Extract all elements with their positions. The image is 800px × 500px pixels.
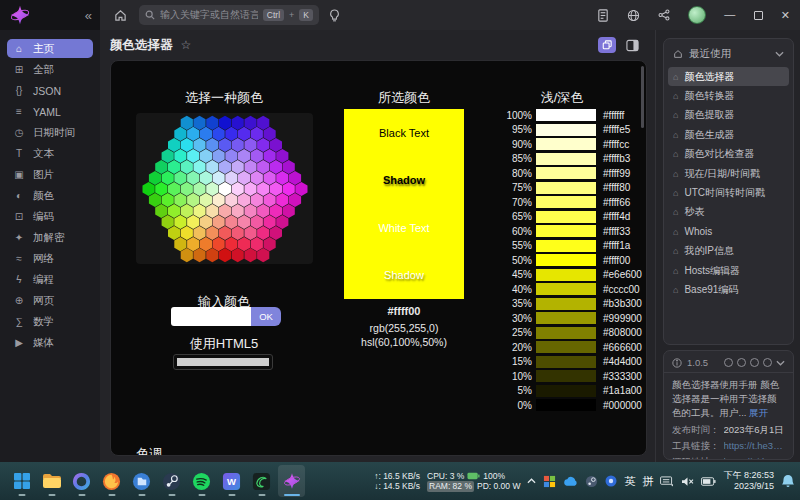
hex-color-cell[interactable] xyxy=(263,193,275,207)
html5-color-input[interactable] xyxy=(173,354,273,370)
hex-color-cell[interactable] xyxy=(263,237,275,251)
hex-color-cell[interactable] xyxy=(199,170,211,184)
hex-color-cell[interactable] xyxy=(199,237,211,251)
shade-row[interactable]: 65%#ffff4d xyxy=(496,210,646,224)
hex-color-cell[interactable] xyxy=(244,226,256,240)
hex-color-cell[interactable] xyxy=(180,137,192,151)
sidebar-item-media[interactable]: ▶媒体 xyxy=(7,333,93,352)
volume-muted-icon[interactable] xyxy=(681,476,694,487)
hex-color-cell[interactable] xyxy=(244,115,256,129)
hex-color-cell[interactable] xyxy=(231,182,243,196)
hex-color-cell[interactable] xyxy=(263,170,275,184)
shade-row[interactable]: 0%#000000 xyxy=(496,398,646,412)
wallpaper-app-icon[interactable]: W xyxy=(218,465,245,497)
hex-color-cell[interactable] xyxy=(276,148,288,162)
tray-colors-icon[interactable] xyxy=(543,475,556,488)
hex-color-cell[interactable] xyxy=(218,204,230,218)
recent-header[interactable]: 最近使用 xyxy=(664,39,793,67)
hex-color-cell[interactable] xyxy=(168,137,180,151)
hex-color-cell[interactable] xyxy=(174,215,186,229)
touch-keyboard-icon[interactable] xyxy=(660,476,674,487)
steam-icon[interactable] xyxy=(158,465,185,497)
sidebar-item-yaml[interactable]: ≡YAML xyxy=(7,102,93,121)
hex-color-cell[interactable] xyxy=(180,248,192,262)
history-icon[interactable] xyxy=(724,358,733,367)
tray-app-icon[interactable] xyxy=(605,475,617,487)
hex-color-cell[interactable] xyxy=(263,215,275,229)
hex-color-cell[interactable] xyxy=(180,159,192,173)
recent-item[interactable]: ⌂Hosts编辑器 xyxy=(668,261,789,280)
hex-color-cell[interactable] xyxy=(231,159,243,173)
info-row-value[interactable]: https://t.he3app.co... xyxy=(724,440,786,453)
layout-toggle-icon[interactable] xyxy=(626,39,639,52)
hex-color-cell[interactable] xyxy=(244,248,256,262)
hex-color-cell[interactable] xyxy=(231,226,243,240)
hex-color-cell[interactable] xyxy=(238,148,250,162)
hex-color-cell[interactable] xyxy=(238,170,250,184)
hex-color-cell[interactable] xyxy=(174,237,186,251)
hex-color-cell[interactable] xyxy=(238,215,250,229)
favorite-star-icon[interactable]: ☆ xyxy=(181,38,192,52)
sidebar-item-color[interactable]: ◐颜色 xyxy=(7,186,93,205)
sidebar-item-programming[interactable]: ϟ编程 xyxy=(7,270,93,289)
hex-color-cell[interactable] xyxy=(193,115,205,129)
hex-color-cell[interactable] xyxy=(231,248,243,262)
notification-bell-icon[interactable] xyxy=(781,474,795,489)
tray-battery-icon[interactable] xyxy=(701,477,716,486)
hex-color-cell[interactable] xyxy=(288,170,300,184)
hex-color-cell[interactable] xyxy=(206,137,218,151)
window-minimize-button[interactable]: — xyxy=(724,9,736,21)
color-text-input[interactable] xyxy=(171,307,251,326)
spotify-icon[interactable] xyxy=(188,465,215,497)
hex-color-cell[interactable] xyxy=(225,170,237,184)
hex-color-cell[interactable] xyxy=(193,159,205,173)
chevron-down-icon[interactable] xyxy=(776,360,785,366)
files-app-icon[interactable] xyxy=(128,465,155,497)
hex-color-cell[interactable] xyxy=(155,159,167,173)
shade-row[interactable]: 55%#ffff1a xyxy=(496,239,646,253)
hex-color-cell[interactable] xyxy=(180,182,192,196)
hex-color-cell[interactable] xyxy=(218,137,230,151)
ime-language-indicator[interactable]: 英 xyxy=(624,474,635,489)
recent-item[interactable]: ⌂颜色选择器 xyxy=(668,67,789,86)
shade-row[interactable]: 75%#ffff80 xyxy=(496,181,646,195)
hex-color-cell[interactable] xyxy=(276,215,288,229)
ok-button[interactable]: OK xyxy=(251,307,281,326)
recent-item[interactable]: ⌂颜色生成器 xyxy=(668,125,789,144)
hex-color-cell[interactable] xyxy=(161,148,173,162)
chevron-down-icon[interactable] xyxy=(775,51,784,57)
hex-color-cell[interactable] xyxy=(193,137,205,151)
hex-color-cell[interactable] xyxy=(244,159,256,173)
hex-color-cell[interactable] xyxy=(174,126,186,140)
hex-color-cell[interactable] xyxy=(225,148,237,162)
recent-item[interactable]: ⌂现在/日期/时间戳 xyxy=(668,164,789,183)
hex-color-cell[interactable] xyxy=(225,237,237,251)
hex-color-cell[interactable] xyxy=(142,182,154,196)
shade-row[interactable]: 85%#ffffb3 xyxy=(496,152,646,166)
hex-color-cell[interactable] xyxy=(168,204,180,218)
shade-row[interactable]: 35%#b3b300 xyxy=(496,297,646,311)
search-input[interactable]: 输入关键字或自然语言进... Ctrl + K xyxy=(139,5,319,25)
tip-bulb-icon[interactable] xyxy=(329,9,340,22)
hex-color-cell[interactable] xyxy=(168,182,180,196)
hex-color-cell[interactable] xyxy=(276,170,288,184)
sidebar-item-all[interactable]: ⊞全部 xyxy=(7,60,93,79)
hex-color-cell[interactable] xyxy=(244,204,256,218)
hex-color-cell[interactable] xyxy=(187,126,199,140)
info-row-value[interactable]: https://github.com... xyxy=(724,456,786,460)
hex-color-cell[interactable] xyxy=(238,193,250,207)
shade-row[interactable]: 90%#ffffcc xyxy=(496,137,646,151)
hex-color-cell[interactable] xyxy=(206,226,218,240)
hex-color-cell[interactable] xyxy=(148,170,160,184)
expand-link[interactable]: 展开 xyxy=(749,407,768,418)
shade-row[interactable]: 80%#ffff99 xyxy=(496,166,646,180)
hex-color-cell[interactable] xyxy=(250,126,262,140)
hex-color-cell[interactable] xyxy=(282,182,294,196)
license-icon[interactable] xyxy=(763,358,772,367)
tray-steam-icon[interactable] xyxy=(585,475,598,488)
sidebar-item-datetime[interactable]: ◷日期时间 xyxy=(7,123,93,142)
sidebar-item-image[interactable]: ▣图片 xyxy=(7,165,93,184)
hex-color-cell[interactable] xyxy=(161,215,173,229)
sidebar-item-home[interactable]: ⌂主页 xyxy=(7,39,93,58)
sidebar-item-network[interactable]: ≈网络 xyxy=(7,249,93,268)
